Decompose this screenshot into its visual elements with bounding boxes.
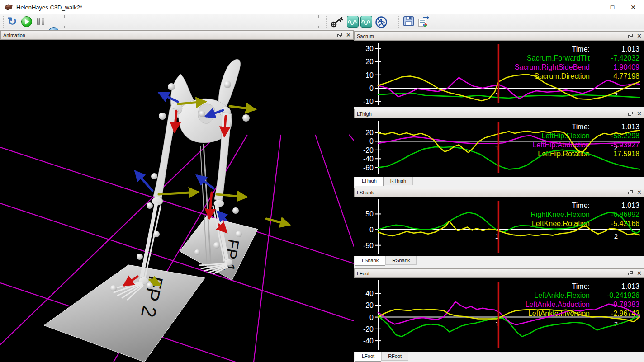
lshank-panel-title: LShank bbox=[357, 190, 374, 195]
svg-text:-6.86892: -6.86892 bbox=[611, 211, 639, 218]
y-tick-label: 40 bbox=[365, 290, 374, 297]
y-tick-label: 20 bbox=[365, 129, 374, 136]
svg-text:Time:: Time: bbox=[572, 123, 590, 131]
play-button[interactable] bbox=[21, 16, 32, 27]
save-icon[interactable] bbox=[403, 16, 415, 27]
y-tick-label: -50 bbox=[363, 242, 374, 249]
svg-text:4.77198: 4.77198 bbox=[613, 72, 639, 80]
svg-text:LeftAnkle.Flexion: LeftAnkle.Flexion bbox=[534, 291, 590, 299]
reset-loop-button[interactable]: ↻ bbox=[7, 16, 18, 27]
sacrum-panel-header: Sacrum ✕ bbox=[354, 31, 644, 41]
y-tick-label: 20 bbox=[365, 58, 374, 66]
svg-text:RightKnee.Flexion: RightKnee.Flexion bbox=[530, 211, 590, 218]
export-report-icon[interactable] bbox=[417, 16, 430, 28]
svg-text:9.78383: 9.78383 bbox=[613, 301, 639, 308]
toolbar-drag-handle-2[interactable] bbox=[326, 16, 328, 28]
sacrum-chart[interactable]: Time:1.013Sacrum.ForwardTilt-7.42032Sacr… bbox=[354, 41, 644, 107]
float-panel-icon[interactable] bbox=[628, 34, 633, 38]
y-tick-label: 0 bbox=[369, 314, 374, 321]
lshank-chart[interactable]: Time:1.013RightKnee.Flexion-6.86892LeftK… bbox=[354, 197, 644, 256]
close-panel-icon[interactable]: ✕ bbox=[637, 34, 642, 38]
tab-lthigh[interactable]: LThigh bbox=[355, 177, 384, 186]
lthigh-panel-title: LThigh bbox=[357, 111, 372, 117]
tab-lshank[interactable]: LShank bbox=[355, 256, 385, 266]
waveform-scope-icon-2[interactable] bbox=[360, 16, 372, 28]
animation-panel: Animation ✕ bbox=[0, 30, 354, 362]
lfoot-panel-header: LFoot ✕ bbox=[354, 268, 644, 278]
float-panel-icon[interactable] bbox=[628, 190, 633, 195]
svg-text:-7.42032: -7.42032 bbox=[611, 54, 639, 62]
y-tick-label: 0 bbox=[369, 137, 374, 145]
float-panel-icon[interactable] bbox=[628, 112, 633, 116]
svg-text:LeftHip.Abduction: LeftHip.Abduction bbox=[533, 141, 590, 149]
y-axis bbox=[375, 43, 381, 105]
y-tick-label: -40 bbox=[363, 337, 374, 345]
svg-text:LeftKnee.Rotation: LeftKnee.Rotation bbox=[532, 220, 590, 227]
y-tick-label: 0 bbox=[369, 226, 374, 234]
chart-legend: Time:1.013Sacrum.ForwardTilt-7.42032Sacr… bbox=[515, 45, 639, 80]
svg-text:Sacrum.Direction: Sacrum.Direction bbox=[534, 72, 590, 80]
chart-legend: Time:1.013LeftAnkle.Flexion-0.241926Left… bbox=[526, 282, 639, 317]
animation-panel-title: Animation bbox=[3, 33, 25, 38]
series-LeftAnkle.Inversion bbox=[378, 310, 640, 322]
tab-rshank[interactable]: RShank bbox=[385, 256, 417, 265]
sacrum-panel: Sacrum ✕ Time:1.013Sacrum.ForwardTilt-7.… bbox=[354, 31, 644, 107]
lfoot-chart[interactable]: Time:1.013LeftAnkle.Flexion-0.241926Left… bbox=[354, 278, 644, 352]
svg-text:Sacrum.ForwardTilt: Sacrum.ForwardTilt bbox=[527, 54, 590, 62]
sacrum-panel-title: Sacrum bbox=[357, 33, 374, 39]
tab-lfoot[interactable]: LFoot bbox=[355, 352, 381, 362]
key-icon[interactable] bbox=[330, 16, 345, 28]
lthigh-panel: LThigh ✕ Time:1.013LeftHip.Flexion-58.22… bbox=[354, 109, 644, 186]
svg-text:LeftHip.Flexion: LeftHip.Flexion bbox=[541, 132, 590, 140]
y-tick-label: 30 bbox=[365, 45, 374, 52]
svg-text:1.013: 1.013 bbox=[621, 282, 639, 290]
svg-text:1.90409: 1.90409 bbox=[613, 63, 639, 71]
lshank-panel: LShank ✕ Time:1.013RightKnee.Flexion-6.8… bbox=[354, 188, 644, 266]
svg-text:LeftHip.Rotation: LeftHip.Rotation bbox=[538, 150, 590, 158]
animation-panel-header: Animation ✕ bbox=[0, 30, 354, 40]
lshank-tabbar: LShank RShank bbox=[354, 256, 644, 266]
animation-3d-viewport[interactable]: FP 1 FP 2 bbox=[0, 40, 354, 362]
float-panel-icon[interactable] bbox=[337, 33, 342, 38]
close-panel-icon[interactable]: ✕ bbox=[637, 112, 642, 116]
svg-text:1.013: 1.013 bbox=[621, 123, 639, 131]
y-tick-label: -20 bbox=[363, 146, 374, 154]
close-panel-icon[interactable]: ✕ bbox=[346, 33, 351, 38]
svg-text:Time:: Time: bbox=[572, 45, 590, 53]
tab-rthigh[interactable]: RThigh bbox=[384, 177, 413, 185]
pause-button[interactable] bbox=[35, 16, 46, 27]
lfoot-panel: LFoot ✕ Time:1.013LeftAnkle.Flexion-0.24… bbox=[354, 268, 644, 362]
maximize-button[interactable]: □ bbox=[602, 0, 623, 14]
series-Sacrum.Direction bbox=[378, 74, 640, 101]
y-axis bbox=[375, 121, 381, 174]
svg-text:Time:: Time: bbox=[572, 202, 590, 209]
y-tick-label: 50 bbox=[365, 210, 374, 218]
svg-text:Time:: Time: bbox=[572, 282, 590, 290]
y-tick-label: -10 bbox=[363, 98, 374, 105]
series-LeftHip.Flexion bbox=[378, 147, 640, 169]
tab-rfoot[interactable]: RFoot bbox=[381, 352, 408, 361]
waveform-scope-icon[interactable] bbox=[347, 16, 359, 28]
lthigh-chart[interactable]: Time:1.013LeftHip.Flexion-58.2298LeftHip… bbox=[354, 118, 644, 177]
close-panel-icon[interactable]: ✕ bbox=[637, 271, 642, 276]
svg-text:LeftAnkle.Abduction: LeftAnkle.Abduction bbox=[526, 301, 590, 308]
toolbar: ↻ bbox=[0, 14, 644, 29]
y-axis bbox=[375, 199, 381, 254]
series-LeftHip.Abduction bbox=[378, 136, 640, 144]
y-tick-label: -40 bbox=[363, 155, 374, 163]
toolbar-drag-handle-3[interactable] bbox=[398, 16, 400, 28]
lfoot-tabbar: LFoot RFoot bbox=[354, 352, 644, 362]
lshank-panel-header: LShank ✕ bbox=[354, 188, 644, 197]
y-tick-label: 0 bbox=[369, 85, 374, 92]
app-icon bbox=[4, 4, 13, 11]
x-tick-label: 2 bbox=[614, 232, 618, 240]
svg-text:1.013: 1.013 bbox=[621, 45, 639, 53]
close-panel-icon[interactable]: ✕ bbox=[637, 190, 642, 195]
toggle-skeleton-icon[interactable] bbox=[375, 16, 388, 28]
x-tick-label: 2 bbox=[614, 320, 618, 328]
float-panel-icon[interactable] bbox=[628, 271, 633, 276]
close-button[interactable]: ✕ bbox=[623, 0, 644, 14]
minimize-button[interactable]: — bbox=[581, 0, 602, 14]
toolbar-drag-handle[interactable] bbox=[3, 16, 5, 28]
lthigh-panel-header: LThigh ✕ bbox=[354, 109, 644, 118]
